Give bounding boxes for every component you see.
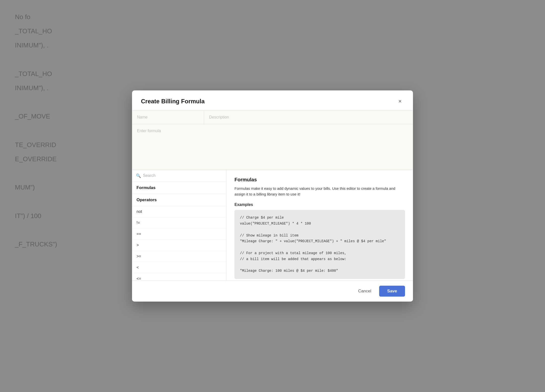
close-button[interactable]: × xyxy=(396,97,404,105)
name-description-row xyxy=(132,110,413,124)
search-icon: 🔍 xyxy=(136,173,141,178)
bottom-section: 🔍 Formulas Operators not != == > >= < <= xyxy=(132,170,413,281)
left-panel: 🔍 Formulas Operators not != == > >= < <= xyxy=(132,170,227,280)
operators-section-header: Operators xyxy=(132,194,226,206)
operator-gt[interactable]: > xyxy=(132,240,226,251)
create-billing-formula-modal: Create Billing Formula × 🔍 xyxy=(132,90,413,302)
left-list: Formulas Operators not != == > >= < <= xyxy=(132,182,226,280)
name-field-wrap xyxy=(132,111,204,124)
modal-title: Create Billing Formula xyxy=(141,98,205,105)
modal-footer: Cancel Save xyxy=(132,281,413,302)
cancel-button[interactable]: Cancel xyxy=(354,286,376,296)
modal-overlay: Create Billing Formula × 🔍 xyxy=(0,0,545,392)
formulas-heading: Formulas xyxy=(234,177,405,183)
search-bar: 🔍 xyxy=(132,170,226,182)
search-input[interactable] xyxy=(143,173,222,178)
operator-eq[interactable]: == xyxy=(132,229,226,240)
right-panel: Formulas Formulas make it easy to add dy… xyxy=(227,170,413,280)
save-button[interactable]: Save xyxy=(379,286,405,297)
formula-area xyxy=(132,124,413,170)
operator-lte[interactable]: <= xyxy=(132,273,226,280)
formulas-description: Formulas make it easy to add dynamic val… xyxy=(234,186,405,197)
operator-lt[interactable]: < xyxy=(132,262,226,273)
description-input[interactable] xyxy=(204,111,413,124)
operator-gte[interactable]: >= xyxy=(132,251,226,262)
formulas-section-header: Formulas xyxy=(132,182,226,194)
examples-heading: Examples xyxy=(234,202,405,207)
operator-neq[interactable]: != xyxy=(132,217,226,229)
operator-not[interactable]: not xyxy=(132,206,226,217)
description-field-wrap xyxy=(204,111,413,124)
name-input[interactable] xyxy=(132,111,204,124)
code-example-block: // Charge $4 per mile value("PROJECT_MIL… xyxy=(234,210,405,279)
modal-header: Create Billing Formula × xyxy=(132,90,413,110)
formula-input[interactable] xyxy=(137,129,408,166)
